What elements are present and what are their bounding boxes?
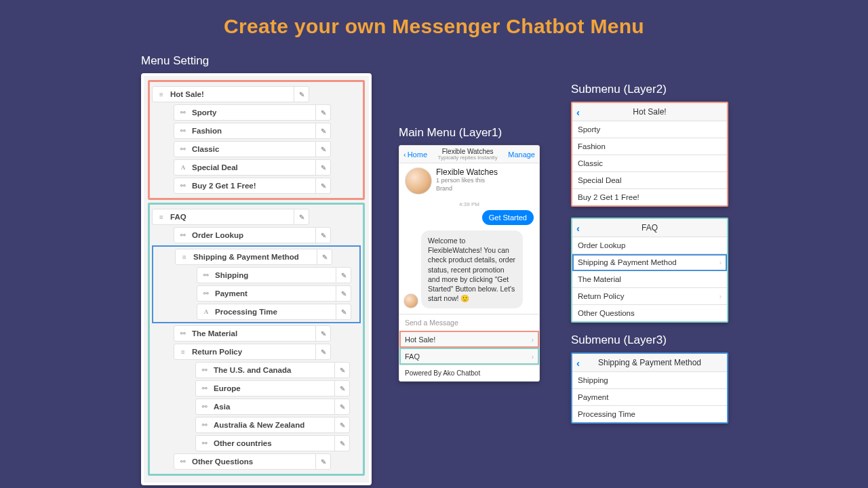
- messenger-preview: Home Flexible Watches Typically replies …: [399, 145, 540, 382]
- chevron-right-icon: [719, 293, 722, 300]
- tree-row-return-policy[interactable]: Return Policy: [174, 344, 331, 360]
- tree-row[interactable]: Classic: [174, 141, 331, 157]
- navbar-brand: Flexible Watches: [427, 148, 508, 155]
- tree-row-faq[interactable]: FAQ: [152, 209, 309, 225]
- tree-label: Shipping: [212, 271, 336, 279]
- submenu-item[interactable]: Classic: [572, 155, 727, 172]
- item-label: Buy 2 Get 1 Free!: [578, 193, 639, 201]
- item-label: Processing Time: [578, 410, 635, 418]
- back-button[interactable]: Home: [403, 150, 427, 159]
- tree-row[interactable]: The Material: [174, 325, 331, 342]
- pencil-icon[interactable]: [334, 381, 349, 396]
- pencil-icon[interactable]: [315, 454, 330, 469]
- pencil-icon[interactable]: [317, 249, 332, 264]
- tree-row[interactable]: Payment: [197, 285, 351, 302]
- manage-button[interactable]: Manage: [508, 150, 535, 159]
- pencil-icon[interactable]: [334, 399, 349, 414]
- tree-label: Hot Sale!: [167, 90, 294, 98]
- pencil-icon[interactable]: [336, 268, 351, 283]
- item-label: Sporty: [578, 125, 600, 134]
- submenu-shipping-payment: Shipping & Payment Method Shipping Payme…: [571, 352, 728, 424]
- menu-label: FAQ: [405, 352, 420, 361]
- pencil-icon[interactable]: [315, 160, 330, 175]
- tree-row[interactable]: The U.S. and Canada: [195, 362, 350, 378]
- chevron-left-icon[interactable]: [576, 222, 580, 234]
- group-faq: FAQ Order Lookup Shipping & Payment Meth…: [148, 203, 365, 476]
- submenu-item[interactable]: Other Questions: [572, 305, 727, 321]
- submenu-head: Shipping & Payment Method: [572, 354, 727, 372]
- tree-row[interactable]: Europe: [195, 380, 350, 396]
- drag-icon[interactable]: [178, 253, 191, 261]
- item-label: Shipping: [578, 376, 608, 384]
- pencil-icon[interactable]: [334, 363, 349, 378]
- submenu-item[interactable]: Sporty: [572, 121, 727, 138]
- persistent-menu-hot-sale[interactable]: Hot Sale!: [399, 331, 539, 348]
- submenu-item[interactable]: Payment: [572, 389, 727, 406]
- submenu-item[interactable]: Processing Time: [572, 406, 727, 422]
- submenu-item[interactable]: Shipping: [572, 372, 727, 389]
- brand-header: Flexible Watches 1 person likes this Bra…: [399, 163, 539, 199]
- submenu-item[interactable]: Return Policy: [572, 288, 727, 305]
- powered-by: Powered By Ako Chatbot: [399, 365, 539, 381]
- group-shipping-payment: Shipping & Payment Method Shipping Payme…: [152, 245, 361, 323]
- submenu-head: Hot Sale!: [572, 103, 727, 121]
- pencil-icon[interactable]: [294, 209, 309, 224]
- chevron-right-icon: [532, 336, 534, 344]
- submenu-title: FAQ: [642, 223, 658, 232]
- pencil-icon[interactable]: [315, 105, 330, 120]
- tree-row-hot-sale[interactable]: Hot Sale!: [152, 86, 309, 102]
- tree-label: Fashion: [189, 127, 315, 135]
- pencil-icon[interactable]: [315, 344, 330, 359]
- chevron-left-icon[interactable]: [576, 106, 580, 118]
- item-label: Shipping & Payment Method: [578, 258, 677, 266]
- submenu-item[interactable]: Buy 2 Get 1 Free!: [572, 189, 727, 205]
- section-main-menu: Main Menu (Layer1): [399, 126, 540, 140]
- submenu-item-shipping[interactable]: Shipping & Payment Method: [572, 254, 727, 271]
- persistent-menu-faq[interactable]: FAQ: [399, 348, 539, 365]
- drag-icon[interactable]: [155, 214, 167, 221]
- drag-icon[interactable]: [177, 348, 189, 356]
- tree-row[interactable]: Other Questions: [174, 453, 331, 470]
- page-title: Create your own Messenger Chatbot Menu: [0, 15, 868, 38]
- submenu-item[interactable]: Special Deal: [572, 172, 727, 189]
- submenu-item[interactable]: The Material: [572, 271, 727, 288]
- welcome-message: Welcome to FlexibleWatches! You can chec…: [421, 230, 523, 308]
- tree-row[interactable]: Special Deal: [174, 159, 331, 176]
- link-icon: [199, 440, 211, 447]
- pencil-icon[interactable]: [315, 326, 330, 341]
- pencil-icon[interactable]: [334, 436, 349, 451]
- link-icon: [200, 272, 212, 279]
- tree-row[interactable]: Shipping: [197, 267, 351, 283]
- drag-icon[interactable]: [155, 91, 167, 98]
- tree-row[interactable]: Australia & New Zealand: [195, 417, 350, 433]
- compose-input[interactable]: Send a Message: [399, 314, 539, 331]
- get-started-button[interactable]: Get Started: [482, 210, 534, 225]
- tree-row[interactable]: Asia: [195, 399, 350, 415]
- chevron-right-icon: [532, 353, 534, 361]
- submenu-item[interactable]: Order Lookup: [572, 237, 727, 254]
- tree-row[interactable]: Sporty: [174, 104, 331, 121]
- tree-row[interactable]: Order Lookup: [174, 227, 331, 243]
- link-icon: [177, 232, 189, 239]
- pencil-icon[interactable]: [315, 142, 330, 157]
- link-icon: [200, 290, 212, 297]
- pencil-icon[interactable]: [334, 418, 349, 432]
- timestamp: 4:39 PM: [399, 201, 539, 207]
- brand-likes: 1 person likes this: [436, 177, 498, 185]
- tree-row[interactable]: Other countries: [195, 435, 350, 451]
- pencil-icon[interactable]: [336, 304, 351, 319]
- tree-row-shipping-payment[interactable]: Shipping & Payment Method: [175, 249, 332, 265]
- pencil-icon[interactable]: [336, 286, 351, 301]
- pencil-icon[interactable]: [315, 123, 330, 138]
- pencil-icon[interactable]: [315, 228, 330, 243]
- tree-row[interactable]: Buy 2 Get 1 Free!: [174, 178, 331, 194]
- pencil-icon[interactable]: [294, 87, 309, 102]
- submenu-faq: FAQ Order Lookup Shipping & Payment Meth…: [571, 218, 728, 323]
- tree-row[interactable]: Fashion: [174, 123, 331, 139]
- messenger-navbar: Home Flexible Watches Typically replies …: [399, 146, 539, 163]
- tree-row[interactable]: Processing Time: [197, 304, 351, 320]
- item-label: Special Deal: [578, 176, 622, 184]
- chevron-left-icon[interactable]: [576, 357, 580, 369]
- pencil-icon[interactable]: [315, 178, 330, 193]
- submenu-item[interactable]: Fashion: [572, 138, 727, 155]
